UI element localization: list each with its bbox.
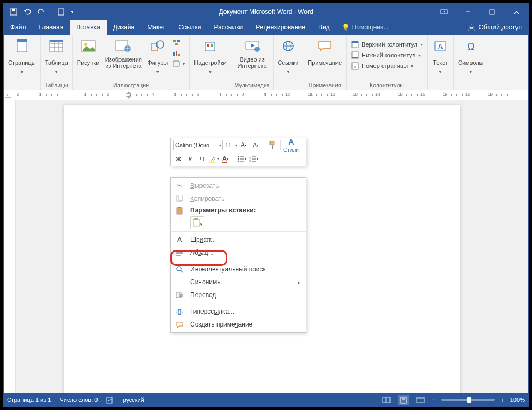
font-combo[interactable]: Calibri (Осно: [173, 140, 218, 150]
svg-text:A: A: [438, 43, 443, 50]
addins-button[interactable]: Надстройки ▼: [193, 36, 227, 75]
tell-me[interactable]: 💡 Помощник...: [336, 20, 394, 35]
zoom-in-button[interactable]: +: [500, 396, 505, 404]
ctx-smart-lookup[interactable]: Интеллектуальный поиск: [171, 263, 306, 276]
header-button[interactable]: Верхний колонтитул▾: [350, 40, 424, 49]
tab-mailings[interactable]: Рассылки: [207, 20, 249, 35]
new-doc-icon[interactable]: [55, 5, 68, 18]
view-read-icon[interactable]: [380, 395, 392, 405]
ctx-synonyms[interactable]: Синонимы▸: [171, 276, 306, 288]
tab-insert[interactable]: Вставка: [70, 20, 107, 35]
pictures-icon: [80, 37, 97, 55]
ctx-paragraph[interactable]: Абзац...: [171, 246, 306, 259]
chart-button[interactable]: [171, 48, 186, 58]
group-illustrations-label: Иллюстрации: [113, 81, 149, 90]
view-web-icon[interactable]: [415, 395, 426, 405]
chevron-down-icon: ▼: [286, 70, 290, 75]
ctx-hyperlink[interactable]: Гиперссылка...: [171, 305, 306, 318]
format-painter-icon[interactable]: [267, 140, 278, 150]
ribbon-options-icon[interactable]: [432, 4, 456, 20]
bullets-button[interactable]: ▾: [237, 154, 248, 164]
svg-text:#: #: [354, 64, 357, 69]
online-pictures-button[interactable]: Изображения из Интернета: [102, 36, 144, 70]
ctx-translate[interactable]: 文Перевод: [171, 288, 306, 301]
footer-button[interactable]: Нижний колонтитул▾: [350, 50, 424, 60]
tell-me-label: Помощник...: [352, 24, 389, 31]
text-button[interactable]: A Текст ▼: [431, 36, 450, 75]
ctx-cut[interactable]: ✂ВВырезатьырезать: [171, 179, 306, 192]
hyperlink-icon: [280, 37, 297, 55]
qat-dropdown-icon[interactable]: ▼: [69, 5, 76, 18]
svg-rect-81: [387, 397, 390, 403]
symbols-button[interactable]: Ω Символы ▼: [457, 36, 485, 75]
highlight-button[interactable]: ▾: [208, 154, 219, 164]
svg-rect-66: [193, 219, 199, 226]
group-comments-label: Примечания: [309, 81, 341, 90]
online-video-button[interactable]: Видео из Интернета: [235, 36, 270, 70]
pagenumber-label: Номер страницы: [362, 63, 408, 69]
tab-layout[interactable]: Макет: [141, 20, 172, 35]
table-button[interactable]: Таблица ▼: [44, 36, 69, 75]
svg-rect-63: [178, 195, 183, 200]
ctx-paste-options: A: [171, 216, 306, 230]
screenshot-icon: [172, 59, 181, 68]
styles-button[interactable]: AСтили: [283, 140, 299, 150]
svg-text:A: A: [199, 222, 202, 227]
pages-button[interactable]: Страницы ▼: [7, 36, 37, 75]
svg-rect-47: [270, 141, 274, 145]
ctx-font[interactable]: AШрифт...: [171, 233, 306, 246]
links-button[interactable]: Ссылки ▼: [277, 36, 300, 75]
chevron-down-icon: ▼: [469, 70, 473, 75]
save-icon[interactable]: [7, 5, 20, 18]
group-tables-label: Таблицы: [45, 81, 68, 90]
tab-references[interactable]: Ссылки: [172, 20, 207, 35]
svg-rect-26: [173, 52, 175, 56]
screenshot-button[interactable]: ▾: [171, 59, 186, 69]
shrink-font-button[interactable]: A▾: [250, 140, 261, 150]
zoom-level[interactable]: 100%: [510, 397, 525, 403]
share-label: Общий доступ: [478, 24, 522, 31]
fontsize-combo[interactable]: 11: [222, 140, 234, 150]
smartart-button[interactable]: [171, 37, 186, 47]
copy-icon: [174, 193, 185, 204]
status-proofing-icon[interactable]: [106, 397, 114, 404]
share-button[interactable]: Общий доступ: [461, 20, 528, 35]
redo-icon[interactable]: [35, 5, 48, 18]
ruler-horizontal[interactable]: L 2112345678910111213141516171819: [4, 90, 528, 100]
chevron-down-icon: ▼: [155, 70, 160, 75]
status-language[interactable]: русский: [123, 397, 144, 403]
svg-rect-49: [209, 162, 214, 163]
ctx-new-comment[interactable]: Создать примечание: [171, 318, 306, 331]
tab-home[interactable]: Главная: [33, 20, 70, 35]
tab-review[interactable]: Рецензирование: [249, 20, 312, 35]
tab-view[interactable]: Вид: [312, 20, 336, 35]
tab-design[interactable]: Дизайн: [107, 20, 141, 35]
paste-keep-text-button[interactable]: A: [190, 216, 204, 229]
tab-selector[interactable]: L: [5, 92, 11, 98]
ruler-vertical[interactable]: [4, 100, 16, 393]
minimize-button[interactable]: [456, 4, 480, 20]
svg-rect-80: [383, 397, 386, 403]
close-button[interactable]: [504, 4, 528, 20]
ctx-copy[interactable]: Копировать: [171, 192, 306, 205]
zoom-slider[interactable]: [441, 399, 495, 401]
italic-button[interactable]: К: [185, 154, 196, 164]
maximize-button[interactable]: [480, 4, 504, 20]
pagenumber-button[interactable]: #Номер страницы▾: [350, 61, 424, 71]
pictures-button[interactable]: Рисунки: [76, 36, 101, 70]
shapes-button[interactable]: Фигуры ▼: [146, 36, 169, 75]
status-words[interactable]: Число слов: 0: [59, 397, 98, 403]
tab-file[interactable]: Файл: [4, 20, 33, 35]
bulb-icon: 💡: [342, 24, 350, 31]
numbering-button[interactable]: 123▾: [249, 154, 259, 164]
underline-button[interactable]: Ч: [197, 154, 207, 164]
view-print-icon[interactable]: [398, 395, 409, 405]
status-page[interactable]: Страница 1 из 1: [7, 397, 51, 403]
comment-button[interactable]: Примечание: [306, 36, 343, 70]
grow-font-button[interactable]: A▴: [238, 140, 249, 150]
svg-rect-25: [175, 43, 178, 45]
zoom-out-button[interactable]: −: [432, 396, 436, 404]
undo-icon[interactable]: [21, 5, 34, 18]
font-color-button[interactable]: A▾: [220, 154, 231, 164]
bold-button[interactable]: Ж: [173, 154, 184, 164]
